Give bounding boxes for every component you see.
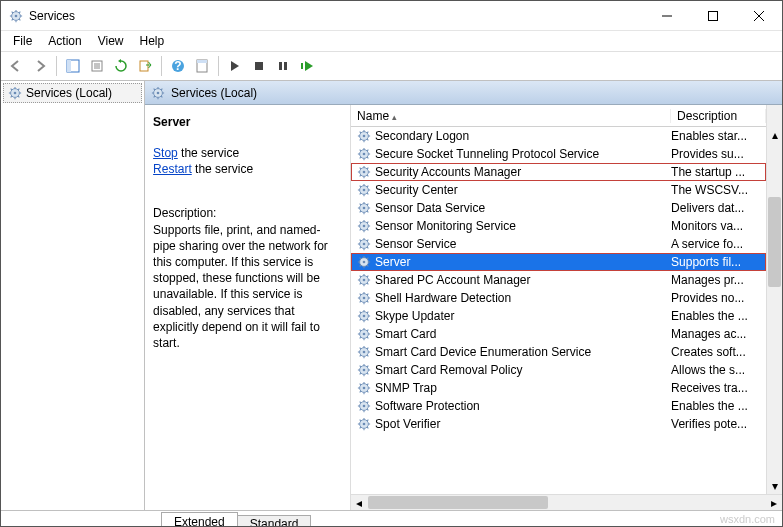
properties-button[interactable] [86, 55, 108, 77]
service-desc-cell: Manages pr... [671, 273, 766, 287]
selected-service-name: Server [153, 115, 342, 129]
tab-extended[interactable]: Extended [161, 512, 238, 527]
menu-action[interactable]: Action [42, 32, 87, 50]
scroll-right-icon[interactable]: ▸ [766, 495, 782, 510]
service-name-cell: Spot Verifier [351, 417, 671, 431]
toolbar: ? [1, 51, 782, 81]
service-icon [357, 255, 371, 269]
minimize-button[interactable] [644, 1, 690, 31]
pause-service-button[interactable] [272, 55, 294, 77]
svg-rect-11 [709, 11, 718, 20]
list-pane: Name Description Secondary LogonEnables … [350, 105, 782, 510]
service-row[interactable]: ServerSupports fil... [351, 253, 766, 271]
service-row[interactable]: Smart Card Device Enumeration ServiceCre… [351, 343, 766, 361]
service-name-cell: Security Center [351, 183, 671, 197]
service-row[interactable]: Secure Socket Tunneling Protocol Service… [351, 145, 766, 163]
service-desc-cell: Enables the ... [671, 309, 766, 323]
service-list[interactable]: Secondary LogonEnables star...Secure Soc… [351, 127, 766, 494]
service-row[interactable]: Shell Hardware DetectionProvides no... [351, 289, 766, 307]
restart-link[interactable]: Restart [153, 162, 192, 176]
menu-help[interactable]: Help [134, 32, 171, 50]
service-name-cell: Security Accounts Manager [351, 165, 671, 179]
service-row[interactable]: Spot VerifierVerifies pote... [351, 415, 766, 433]
services-icon [8, 86, 22, 100]
stop-service-button[interactable] [248, 55, 270, 77]
service-row[interactable]: Shared PC Account ManagerManages pr... [351, 271, 766, 289]
back-button[interactable] [5, 55, 27, 77]
service-icon [357, 273, 371, 287]
service-row[interactable]: Sensor ServiceA service fo... [351, 235, 766, 253]
service-row[interactable]: Secondary LogonEnables star... [351, 127, 766, 145]
scroll-left-icon[interactable]: ◂ [351, 495, 367, 510]
service-row[interactable]: SNMP TrapReceives tra... [351, 379, 766, 397]
service-row[interactable]: Software ProtectionEnables the ... [351, 397, 766, 415]
horizontal-scrollbar[interactable]: ◂ ▸ [351, 494, 782, 510]
service-name-cell: Software Protection [351, 399, 671, 413]
service-desc-cell: Provides no... [671, 291, 766, 305]
scroll-up-icon[interactable]: ▴ [767, 127, 782, 143]
scroll-down-icon[interactable]: ▾ [767, 478, 782, 494]
service-name-cell: Server [351, 255, 671, 269]
service-row[interactable]: Security CenterThe WSCSV... [351, 181, 766, 199]
column-name[interactable]: Name [351, 109, 671, 123]
start-service-button[interactable] [224, 55, 246, 77]
service-desc-cell: Enables the ... [671, 399, 766, 413]
services-icon [151, 86, 165, 100]
scroll-thumb[interactable] [768, 197, 781, 287]
help-button[interactable]: ? [167, 55, 189, 77]
service-icon [357, 219, 371, 233]
svg-rect-26 [279, 62, 282, 70]
service-row[interactable]: Security Accounts ManagerThe startup ... [351, 163, 766, 181]
vertical-scrollbar[interactable]: ▴ ▾ [766, 127, 782, 494]
service-desc-cell: Receives tra... [671, 381, 766, 395]
export-button[interactable] [134, 55, 156, 77]
svg-rect-15 [67, 60, 71, 72]
service-desc-cell: Creates soft... [671, 345, 766, 359]
stop-link[interactable]: Stop [153, 146, 178, 160]
maximize-button[interactable] [690, 1, 736, 31]
svg-rect-24 [197, 60, 207, 63]
service-name-cell: Sensor Data Service [351, 201, 671, 215]
service-name-cell: Skype Updater [351, 309, 671, 323]
service-icon [357, 291, 371, 305]
service-icon [357, 417, 371, 431]
service-row[interactable]: Sensor Data ServiceDelivers dat... [351, 199, 766, 217]
tree-root-item[interactable]: Services (Local) [3, 83, 142, 103]
tree-pane[interactable]: Services (Local) [1, 81, 145, 510]
watermark: wsxdn.com [720, 513, 775, 525]
menu-view[interactable]: View [92, 32, 130, 50]
service-row[interactable]: Smart Card Removal PolicyAllows the s... [351, 361, 766, 379]
titlebar: Services [1, 1, 782, 31]
service-name-cell: SNMP Trap [351, 381, 671, 395]
client-area: Services (Local) Services (Local) Server… [1, 81, 782, 510]
service-name-cell: Smart Card Device Enumeration Service [351, 345, 671, 359]
close-button[interactable] [736, 1, 782, 31]
service-row[interactable]: Sensor Monitoring ServiceMonitors va... [351, 217, 766, 235]
service-row[interactable]: Smart CardManages ac... [351, 325, 766, 343]
tab-standard[interactable]: Standard [237, 515, 312, 527]
service-icon [357, 129, 371, 143]
show-hide-tree-button[interactable] [62, 55, 84, 77]
service-desc-cell: A service fo... [671, 237, 766, 251]
svg-text:?: ? [174, 59, 181, 73]
service-row[interactable]: Skype UpdaterEnables the ... [351, 307, 766, 325]
restart-suffix: the service [192, 162, 253, 176]
service-name-cell: Sensor Service [351, 237, 671, 251]
service-name-cell: Shared PC Account Manager [351, 273, 671, 287]
window-title: Services [29, 9, 644, 23]
properties-sheet-button[interactable] [191, 55, 213, 77]
svg-rect-20 [140, 61, 148, 71]
service-name-cell: Smart Card [351, 327, 671, 341]
refresh-button[interactable] [110, 55, 132, 77]
description-label: Description: [153, 205, 342, 221]
service-desc-cell: Delivers dat... [671, 201, 766, 215]
service-name-cell: Shell Hardware Detection [351, 291, 671, 305]
menu-file[interactable]: File [7, 32, 38, 50]
forward-button[interactable] [29, 55, 51, 77]
column-description[interactable]: Description [671, 109, 766, 123]
service-name-cell: Secure Socket Tunneling Protocol Service [351, 147, 671, 161]
service-desc-cell: Allows the s... [671, 363, 766, 377]
restart-service-button[interactable] [296, 55, 318, 77]
header-band: Services (Local) [145, 81, 782, 105]
hscroll-thumb[interactable] [368, 496, 548, 509]
